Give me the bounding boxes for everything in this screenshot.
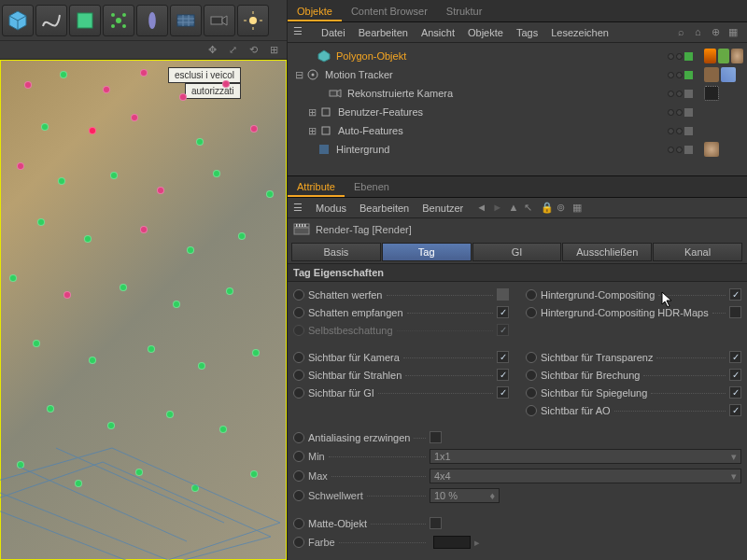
svg-point-1: [116, 18, 121, 23]
function-icon[interactable]: ⊕: [712, 26, 725, 39]
svg-rect-20: [322, 108, 330, 116]
anim-handle: [293, 537, 304, 548]
tag-icon[interactable]: [704, 67, 719, 82]
anim-handle[interactable]: [526, 405, 537, 416]
prop-hg-compositing: Hintergrund-Compositing: [526, 286, 741, 303]
menu-modus[interactable]: Modus: [316, 203, 346, 214]
anim-handle[interactable]: [526, 352, 537, 363]
anim-handle[interactable]: [293, 352, 304, 363]
checkbox[interactable]: [729, 369, 741, 381]
viewport-mini-toolbar: ✥ ⤢ ⟲ ⊞: [0, 41, 287, 60]
btab-gi[interactable]: GI: [472, 243, 562, 261]
checkbox[interactable]: [729, 351, 741, 363]
menu-bearbeiten[interactable]: Bearbeiten: [359, 27, 408, 38]
nurbs-tool-button[interactable]: [69, 5, 101, 36]
sign-text: autorizzati: [185, 83, 241, 99]
checkbox[interactable]: [729, 386, 741, 399]
tree-item-polygon: Polygon-Objekt: [288, 47, 747, 65]
anim-handle[interactable]: [293, 518, 304, 529]
btab-basis[interactable]: Basis: [291, 243, 381, 261]
tab-objekte[interactable]: Objekte: [288, 3, 342, 21]
tree-item-auto-features: ⊞ Auto-Features: [288, 121, 747, 140]
prop-sichtbar-kamera: Sichtbar für Kamera: [293, 348, 509, 366]
next-icon[interactable]: ►: [492, 202, 505, 215]
rotate-icon[interactable]: ⟲: [249, 44, 262, 57]
texture-tag-icon[interactable]: [718, 49, 730, 63]
menu-tags[interactable]: Tags: [516, 27, 538, 38]
tab-struktur[interactable]: Struktur: [437, 3, 492, 21]
material-tag-icon[interactable]: [731, 49, 743, 63]
manager-menu-icon[interactable]: ☰: [293, 25, 308, 40]
anim-handle[interactable]: [293, 432, 304, 443]
array-tool-button[interactable]: [103, 5, 134, 36]
checkbox[interactable]: [729, 404, 741, 416]
prop-schwellwert: Schwellwert10 %♦: [293, 486, 741, 505]
checkbox[interactable]: [497, 369, 509, 381]
prop-schatten-werfen: Schatten werfen: [293, 286, 509, 303]
btab-tag[interactable]: Tag: [382, 243, 472, 261]
zoom-icon[interactable]: ⤢: [229, 44, 242, 57]
light-tool-button[interactable]: [237, 5, 269, 36]
checkbox[interactable]: [497, 306, 509, 318]
anim-handle[interactable]: [293, 307, 304, 318]
expander-icon[interactable]: ⊞: [306, 106, 317, 119]
anim-handle[interactable]: [526, 289, 537, 301]
menu-ansicht[interactable]: Ansicht: [421, 27, 455, 38]
prop-max: Max4x4▾: [293, 467, 741, 485]
anim-handle: [293, 325, 304, 336]
tab-content-browser[interactable]: Content Browser: [342, 3, 437, 21]
tab-attribute[interactable]: Attribute: [288, 178, 345, 197]
expander-icon[interactable]: ⊞: [306, 125, 317, 137]
checkbox[interactable]: [729, 306, 741, 318]
manager-menu-icon[interactable]: ☰: [293, 202, 303, 214]
home-icon[interactable]: ⌂: [695, 26, 708, 39]
prop-sichtbar-gi: Sichtbar für GI: [293, 384, 509, 401]
layout-icon[interactable]: ▦: [728, 26, 741, 39]
menu-objekte[interactable]: Objekte: [468, 27, 503, 38]
checkbox[interactable]: [497, 351, 509, 363]
cube-tool-button[interactable]: [2, 5, 34, 36]
menu-lesezeichen[interactable]: Lesezeichen: [551, 27, 609, 38]
layout-icon[interactable]: ⊞: [270, 44, 283, 57]
nav-icon[interactable]: ✥: [208, 44, 221, 57]
menu-benutzer[interactable]: Benutzer: [422, 203, 463, 214]
tab-ebenen[interactable]: Ebenen: [345, 178, 399, 197]
anim-handle[interactable]: [526, 370, 537, 381]
checkbox[interactable]: [497, 288, 509, 301]
prev-icon[interactable]: ◄: [476, 202, 489, 215]
checkbox[interactable]: [430, 517, 442, 529]
chevron-down-icon: ▾: [731, 451, 737, 463]
compositing-tag-icon[interactable]: [704, 49, 716, 63]
deformer-tool-button[interactable]: [136, 5, 168, 36]
chevron-right-icon: ▸: [474, 537, 480, 549]
btab-ausschliessen[interactable]: Ausschließen: [562, 243, 652, 261]
target-tag-icon[interactable]: [704, 86, 719, 101]
svg-rect-11: [211, 17, 222, 24]
environment-tool-button[interactable]: [170, 5, 202, 36]
checkbox[interactable]: [430, 431, 442, 443]
btab-kanal[interactable]: Kanal: [653, 243, 742, 261]
nav-icon[interactable]: ↖: [524, 202, 537, 215]
anim-handle[interactable]: [526, 307, 537, 318]
checkbox[interactable]: [497, 386, 509, 399]
prop-hg-hdr: Hintergrund-Compositing HDR-Maps: [526, 303, 741, 321]
search-icon[interactable]: ⌕: [678, 26, 691, 39]
up-icon[interactable]: ▲: [508, 202, 521, 215]
anim-handle[interactable]: [526, 387, 537, 399]
layout-icon[interactable]: ▦: [572, 202, 585, 215]
lock-icon[interactable]: 🔒: [541, 202, 554, 215]
anim-handle[interactable]: [293, 370, 304, 381]
prop-min: Min1x1▾: [293, 447, 741, 466]
tag-icon[interactable]: [721, 67, 736, 82]
material-tag-icon[interactable]: [704, 142, 719, 157]
new-icon[interactable]: ⊚: [557, 202, 570, 215]
spline-tool-button[interactable]: [35, 5, 67, 36]
menu-bearbeiten[interactable]: Bearbeiten: [359, 203, 409, 214]
anim-handle[interactable]: [293, 387, 304, 399]
viewport[interactable]: esclusi i veicol autorizzati: [0, 60, 287, 560]
anim-handle[interactable]: [293, 289, 304, 301]
camera-tool-button[interactable]: [204, 5, 235, 36]
checkbox[interactable]: [729, 288, 741, 301]
menu-datei[interactable]: Datei: [321, 27, 345, 38]
expander-icon[interactable]: ⊟: [293, 69, 304, 81]
